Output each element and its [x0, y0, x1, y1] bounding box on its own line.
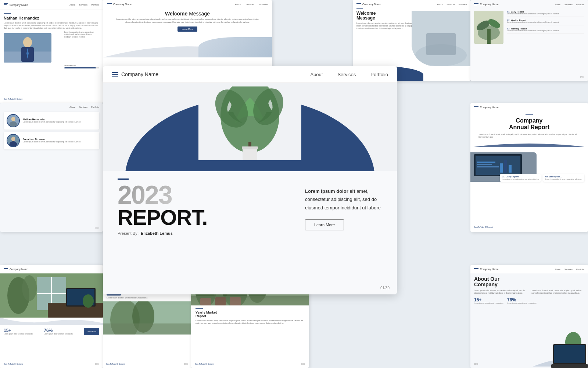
company-name-wr: Company Name [362, 3, 381, 6]
company-name-bl: Company Name [10, 268, 28, 270]
blue-curve-mr [470, 140, 588, 147]
report-right: Lorem ipsum dolor sit amet, consectetur … [305, 178, 386, 236]
hero-bottom-tc [103, 35, 272, 57]
yearly-content: Yearly Market Report Lorem ipsum dolor s… [191, 305, 309, 328]
slide-office-stats: Company Name 15+ Lorem ip [0, 265, 103, 368]
laptop-area: 01. Daily Report Lorem ipsum dolor sit a… [470, 149, 588, 193]
learn-btn-bl[interactable]: Learn More [84, 328, 99, 335]
nav-links-br: About Services Portfolio [555, 268, 584, 270]
content-tl: Nathan Hernandez Lorem ipsum dolor sit a… [0, 10, 103, 35]
back-link-bl: Back To Table Of Contents [4, 363, 23, 365]
svg-point-44 [83, 294, 94, 308]
hamburger-icon[interactable] [112, 72, 118, 77]
about-col-2: Lorem ipsum dolor sit amet, consectetur … [531, 289, 584, 294]
report-list: 01. Daily Report Lorem ipsum dolor sit a… [507, 11, 584, 44]
stat-num-1: 15+ [4, 328, 40, 333]
avatar-img-jonathan [7, 135, 19, 146]
nav-services-tl: Services [79, 4, 87, 6]
nav-portfolio-main[interactable]: Portfolio [370, 72, 388, 77]
company-name-tc: Company Name [113, 3, 132, 6]
about-cols: Lorem ipsum dolor sit amet, consectetur … [474, 289, 584, 294]
logo-icon-wr [356, 3, 361, 5]
about-stats: 15+ Lorem ipsum dolor sit amet, consecte… [474, 297, 584, 304]
page-num-ml: 16/30 [94, 227, 99, 229]
report-left: 2023 REPORT. Present By : Elizabeth Lemu… [118, 178, 298, 236]
nav-links-tl: About Services Portfolio [69, 4, 99, 6]
nav-services-br: Services [564, 268, 573, 270]
nav-portfolio-tr: Portfolio [576, 3, 584, 6]
logo-main: Company Name [112, 71, 158, 77]
slide-nathan-hernandez: Company Name About Services Portfolio Na… [0, 0, 103, 103]
slide-team: About Services Portfolio Nathan Hernande… [0, 103, 103, 232]
daily-weekly-boxes: 01. Daily Report Lorem ipsum dolor sit a… [500, 174, 584, 182]
page-num-bcr: 08/30 [301, 363, 305, 365]
report-year: 2023 [118, 184, 298, 207]
accent-line-tl [4, 13, 11, 14]
nav-bar-top-left: Company Name About Services Portfolio [0, 0, 103, 10]
nav-sm-ml: About Services Portfolio [0, 103, 103, 110]
report-body: Lorem ipsum dolor sit amet, consectetur … [305, 187, 386, 212]
logo-icon [4, 3, 8, 7]
slide-annual-report: Company Name Company Annual Report Lorem… [470, 103, 588, 232]
nav-bar-tr: Company Name About Services Portfolio [470, 0, 588, 8]
person-image [4, 33, 51, 63]
nav-portfolio-ml: Portfolio [91, 106, 99, 108]
avatar-jonathan [7, 134, 20, 147]
company-name-main: Company Name [121, 71, 158, 77]
accent-wr [356, 8, 363, 9]
daily-box: 01. Daily Report Lorem ipsum dolor sit a… [500, 174, 541, 182]
slide-reports-tr: Company Name About Services Portfolio 01… [470, 0, 588, 81]
stat-text-1: Lorem ipsum dolor sit amet, consectetur [4, 333, 40, 335]
report-list-item-3: 03. Monthly Report Lorem ipsum dolor sit… [507, 28, 584, 34]
skill-bar [64, 67, 99, 68]
about-stat-2: 76% Lorem ipsum dolor sit amet, consecte… [507, 297, 537, 304]
nav-services-main[interactable]: Services [337, 72, 356, 77]
nav-bar-wr: Company Name About Services Portfolio [353, 0, 470, 8]
accent-line-mr [526, 114, 533, 115]
team-member-2: Jonathan Broman Lorem ipsum dolor sit am… [4, 132, 99, 149]
svg-rect-55 [200, 298, 211, 305]
report-presenter: Present By : Elizabeth Lemus [118, 231, 298, 236]
daily-box-text: Lorem ipsum dolor sit amet consectetur a… [502, 178, 539, 180]
report-word: REPORT. [118, 207, 298, 228]
logo-icon-tr [474, 3, 478, 5]
weekly-box-title: 02. Weekly Re... [545, 176, 582, 178]
svg-rect-31 [477, 166, 499, 167]
tech-img-br [551, 342, 588, 368]
body-text-tl: Lorem ipsum dolor sit amet, consectetur … [4, 22, 99, 29]
svg-point-14 [11, 117, 15, 121]
svg-rect-34 [509, 165, 512, 173]
daily-box-title: 01. Daily Report [502, 176, 539, 178]
nav-services-ml: Services [79, 106, 87, 108]
about-content: About Our Company Lorem ipsum dolor sit … [470, 273, 588, 307]
logo-br: Company Name [474, 268, 499, 270]
nav-portfolio-tl: Portfolio [91, 4, 99, 6]
nav-links-tc: About Services Portfolio [235, 3, 268, 6]
stat-2: 76% Lorem ipsum dolor sit amet, consecte… [44, 328, 80, 335]
hero-section [103, 83, 397, 171]
nav-about-tr: About [555, 3, 560, 6]
svg-rect-10 [487, 29, 491, 44]
report-cards-right: 01. Daily Report Lorem ipsum dolor sit a… [470, 8, 588, 46]
plant-image [187, 83, 312, 164]
main-nav-links: About Services Portfolio [310, 72, 388, 77]
person-name-bold: Nathan [4, 16, 17, 20]
member-name-1: Nathan Hernandez [23, 118, 80, 121]
svg-point-17 [11, 137, 15, 141]
logo-bl: Company Name [4, 268, 28, 270]
learn-more-btn-tc[interactable]: Learn More [178, 26, 198, 32]
report-item-1-text: Lorem ipsum dolor sit amet consectetur a… [507, 13, 584, 15]
person-heading: Nathan Hernandez [4, 16, 99, 20]
nav-services-wr: Services [447, 3, 455, 6]
member-text-2: Lorem ipsum dolor sit amet, consectetur … [23, 141, 80, 143]
annual-title: Company Annual Report [470, 112, 588, 133]
learn-more-btn-main[interactable]: Learn More [305, 219, 344, 230]
report-content: 2023 REPORT. Present By : Elizabeth Lemu… [103, 171, 397, 243]
annual-title-text: Company Annual Report [478, 117, 581, 130]
about-stat-text-2: Lorem ipsum dolor sit amet, consectetur [507, 302, 537, 304]
about-stat-text-1: Lorem ipsum dolor sit amet, consectetur [474, 302, 503, 304]
report-tag [118, 178, 129, 180]
nav-portfolio-br: Portfolio [576, 268, 584, 270]
back-link-bcr: Back To Table Of Content [195, 363, 214, 365]
nav-about-main[interactable]: About [310, 72, 323, 77]
